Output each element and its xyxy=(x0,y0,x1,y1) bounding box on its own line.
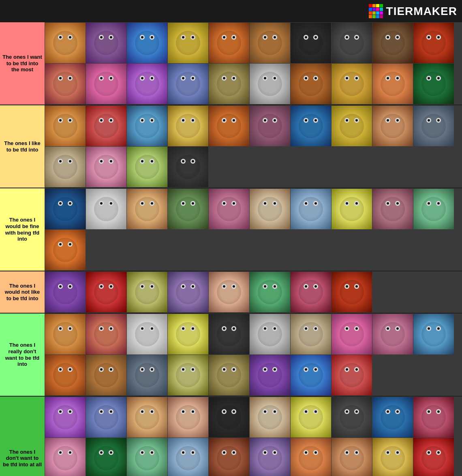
char-item[interactable] xyxy=(209,23,249,63)
char-item[interactable] xyxy=(413,397,454,438)
char-item[interactable] xyxy=(45,314,86,354)
tier-items-4 xyxy=(45,271,462,313)
char-item[interactable] xyxy=(209,189,249,229)
char-item[interactable] xyxy=(127,23,167,63)
char-item[interactable] xyxy=(291,106,331,146)
char-item[interactable] xyxy=(86,355,126,395)
char-item[interactable] xyxy=(168,64,208,104)
char-item[interactable] xyxy=(291,272,331,312)
char-item[interactable] xyxy=(413,189,454,229)
char-item[interactable] xyxy=(45,64,86,104)
char-item[interactable] xyxy=(209,64,249,104)
char-item[interactable] xyxy=(250,189,290,229)
char-item[interactable] xyxy=(45,189,86,229)
char-item[interactable] xyxy=(168,272,208,312)
char-item[interactable] xyxy=(168,189,208,229)
char-item[interactable] xyxy=(209,272,249,312)
char-item[interactable] xyxy=(127,314,167,354)
char-item[interactable] xyxy=(168,314,208,354)
char-item[interactable] xyxy=(127,272,167,312)
char-item[interactable] xyxy=(250,355,290,395)
char-item[interactable] xyxy=(127,397,167,438)
char-item[interactable] xyxy=(332,314,372,354)
char-item[interactable] xyxy=(168,355,208,395)
char-item[interactable] xyxy=(291,397,331,438)
char-item[interactable] xyxy=(332,397,372,438)
char-item[interactable] xyxy=(291,355,331,395)
char-item[interactable] xyxy=(250,106,290,146)
char-item[interactable] xyxy=(127,438,167,476)
char-item[interactable] xyxy=(372,106,413,146)
char-item[interactable] xyxy=(127,147,167,187)
char-item[interactable] xyxy=(86,147,126,187)
char-item[interactable] xyxy=(413,64,454,104)
char-item[interactable] xyxy=(86,64,126,104)
tier-label-3: The ones I would be fine with being tfd … xyxy=(0,188,45,271)
char-item[interactable] xyxy=(332,189,372,229)
tier-label-1: The ones I want to be tfd into the most xyxy=(0,22,45,105)
tier-label-5: The ones I really don't want to be tfd i… xyxy=(0,314,45,396)
char-item[interactable] xyxy=(127,106,167,146)
tier-label-4: The ones I would not like to be tfd into xyxy=(0,271,45,313)
char-item[interactable] xyxy=(209,106,249,146)
char-item[interactable] xyxy=(291,438,331,476)
tier-row-6: The ones I don't want to be tfd into at … xyxy=(0,397,462,476)
char-item[interactable] xyxy=(291,189,331,229)
char-item[interactable] xyxy=(45,397,86,438)
char-item[interactable] xyxy=(250,438,290,476)
char-item[interactable] xyxy=(250,314,290,354)
char-item[interactable] xyxy=(332,106,372,146)
char-item[interactable] xyxy=(372,397,413,438)
char-item[interactable] xyxy=(45,147,86,187)
logo-grid-icon xyxy=(369,4,383,18)
char-item[interactable] xyxy=(372,23,413,63)
char-item[interactable] xyxy=(332,64,372,104)
char-item[interactable] xyxy=(127,355,167,395)
char-item[interactable] xyxy=(291,23,331,63)
char-item[interactable] xyxy=(332,23,372,63)
char-item[interactable] xyxy=(250,397,290,438)
char-item[interactable] xyxy=(413,106,454,146)
char-item[interactable] xyxy=(86,438,126,476)
char-item[interactable] xyxy=(168,397,208,438)
char-item[interactable] xyxy=(332,355,372,395)
char-item[interactable] xyxy=(209,438,249,476)
char-item[interactable] xyxy=(209,355,249,395)
char-item[interactable] xyxy=(45,230,86,270)
char-item[interactable] xyxy=(45,23,86,63)
char-item[interactable] xyxy=(86,189,126,229)
char-item[interactable] xyxy=(332,272,372,312)
char-item[interactable] xyxy=(45,438,86,476)
char-item[interactable] xyxy=(250,272,290,312)
char-item[interactable] xyxy=(209,397,249,438)
char-item[interactable] xyxy=(250,64,290,104)
char-item[interactable] xyxy=(168,23,208,63)
char-item[interactable] xyxy=(250,23,290,63)
char-item[interactable] xyxy=(413,314,454,354)
char-item[interactable] xyxy=(45,106,86,146)
char-item[interactable] xyxy=(45,272,86,312)
char-item[interactable] xyxy=(86,23,126,63)
char-item[interactable] xyxy=(332,438,372,476)
char-item[interactable] xyxy=(413,23,454,63)
char-item[interactable] xyxy=(168,106,208,146)
char-item[interactable] xyxy=(127,189,167,229)
char-item[interactable] xyxy=(209,314,249,354)
app-container: TiERMaKeR The ones I want to be tfd into… xyxy=(0,0,462,476)
char-item[interactable] xyxy=(45,355,86,395)
char-item[interactable] xyxy=(86,272,126,312)
char-item[interactable] xyxy=(413,438,454,476)
char-item[interactable] xyxy=(86,397,126,438)
char-item[interactable] xyxy=(291,314,331,354)
char-item[interactable] xyxy=(372,438,413,476)
char-item[interactable] xyxy=(372,314,413,354)
char-item[interactable] xyxy=(291,64,331,104)
char-item[interactable] xyxy=(168,438,208,476)
char-item[interactable] xyxy=(86,106,126,146)
char-item[interactable] xyxy=(372,189,413,229)
char-item[interactable] xyxy=(86,314,126,354)
char-item[interactable] xyxy=(127,64,167,104)
header: TiERMaKeR xyxy=(0,0,462,22)
char-item[interactable] xyxy=(168,147,208,187)
char-item[interactable] xyxy=(372,64,413,104)
